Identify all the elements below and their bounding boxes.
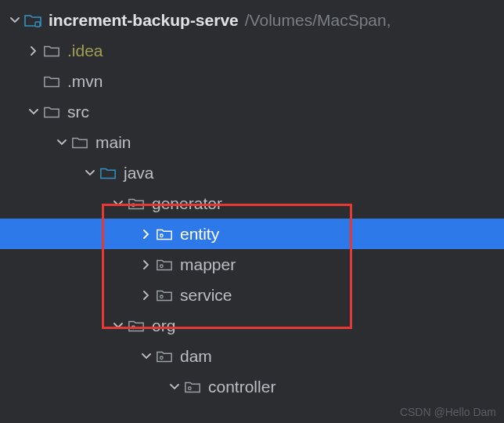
package-icon xyxy=(155,347,174,366)
chevron-right-icon[interactable] xyxy=(138,287,155,304)
chevron-none xyxy=(25,73,42,90)
tree-item-mapper[interactable]: mapper xyxy=(0,249,504,280)
tree-item-controller[interactable]: controller xyxy=(0,371,504,402)
tree-item-main[interactable]: main xyxy=(0,127,504,157)
tree-item-label: org xyxy=(152,316,175,335)
root-project-path: /Volumes/MacSpan, xyxy=(245,11,391,30)
svg-point-7 xyxy=(189,387,192,390)
tree-item-label: dam xyxy=(180,347,212,366)
watermark-text: CSDN @Hello Dam xyxy=(400,406,496,418)
project-folder-icon xyxy=(23,11,42,30)
folder-icon xyxy=(42,42,61,60)
svg-point-2 xyxy=(160,234,164,237)
tree-item-generator[interactable]: generator xyxy=(0,188,504,219)
chevron-down-icon[interactable] xyxy=(166,378,183,396)
tree-item-.mvn[interactable]: .mvn xyxy=(0,66,504,96)
tree-item-.idea[interactable]: .idea xyxy=(0,35,504,66)
folder-icon xyxy=(70,133,89,152)
svg-rect-0 xyxy=(35,22,40,27)
package-icon xyxy=(127,194,146,213)
svg-point-3 xyxy=(160,265,164,268)
svg-point-6 xyxy=(160,356,164,360)
chevron-down-icon[interactable] xyxy=(138,348,155,365)
tree-item-label: service xyxy=(180,286,232,305)
folder-icon xyxy=(42,103,61,121)
chevron-down-icon[interactable] xyxy=(110,317,127,334)
tree-item-java[interactable]: java xyxy=(0,157,504,188)
tree-item-src[interactable]: src xyxy=(0,96,504,127)
chevron-down-icon[interactable] xyxy=(6,12,23,29)
package-icon xyxy=(155,286,174,305)
tree-item-label: java xyxy=(124,164,154,183)
tree-item-label: .mvn xyxy=(67,72,103,91)
tree-item-label: controller xyxy=(208,378,275,396)
chevron-down-icon[interactable] xyxy=(110,195,127,212)
tree-item-label: src xyxy=(67,103,89,121)
chevron-down-icon[interactable] xyxy=(53,134,70,151)
tree-item-label: main xyxy=(95,133,131,152)
package-icon xyxy=(183,378,202,396)
chevron-right-icon[interactable] xyxy=(138,256,155,273)
tree-item-dam[interactable]: dam xyxy=(0,341,504,371)
svg-point-5 xyxy=(132,326,135,329)
package-icon xyxy=(127,316,146,335)
tree-item-label: .idea xyxy=(67,42,103,60)
folder-icon xyxy=(42,72,61,91)
package-icon xyxy=(155,255,174,274)
root-project-name: increment-backup-serve xyxy=(49,11,239,30)
chevron-down-icon[interactable] xyxy=(25,103,42,121)
tree-item-service[interactable]: service xyxy=(0,280,504,310)
chevron-right-icon[interactable] xyxy=(138,226,155,243)
tree-item-org[interactable]: org xyxy=(0,310,504,341)
package-icon xyxy=(155,225,174,244)
tree-item-label: mapper xyxy=(180,255,236,274)
svg-point-1 xyxy=(132,204,135,207)
tree-item-label: entity xyxy=(180,225,219,244)
tree-item-label: generator xyxy=(152,194,222,213)
chevron-right-icon[interactable] xyxy=(25,42,42,60)
project-tree: increment-backup-serve /Volumes/MacSpan,… xyxy=(0,0,504,402)
tree-root-item[interactable]: increment-backup-serve /Volumes/MacSpan, xyxy=(0,5,504,35)
tree-item-entity[interactable]: entity xyxy=(0,219,504,249)
chevron-down-icon[interactable] xyxy=(81,164,99,182)
svg-point-4 xyxy=(160,295,164,298)
folder-source-icon xyxy=(99,164,117,183)
